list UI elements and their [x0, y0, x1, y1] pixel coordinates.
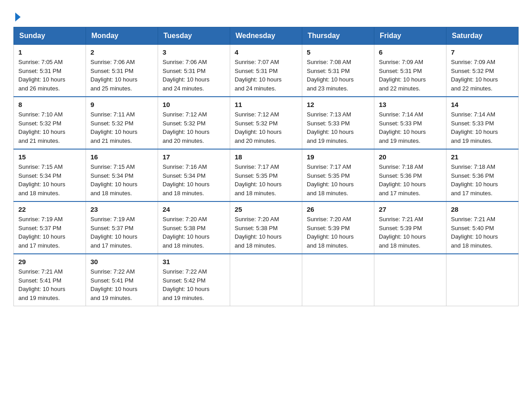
day-info: Sunrise: 7:22 AMSunset: 5:41 PMDaylight:… [90, 267, 153, 302]
logo [13, 9, 21, 22]
day-number: 24 [163, 206, 225, 213]
day-number: 9 [90, 101, 153, 108]
day-info: Sunrise: 7:20 AMSunset: 5:38 PMDaylight:… [235, 215, 297, 250]
day-number: 23 [90, 206, 153, 213]
calendar-day-cell [302, 254, 374, 306]
day-number: 22 [18, 206, 81, 213]
day-number: 25 [235, 206, 297, 213]
weekday-header-sunday: Sunday [14, 27, 86, 45]
day-info: Sunrise: 7:18 AMSunset: 5:36 PMDaylight:… [379, 163, 442, 197]
calendar-body: 1Sunrise: 7:05 AMSunset: 5:31 PMDaylight… [14, 45, 519, 306]
day-info: Sunrise: 7:06 AMSunset: 5:31 PMDaylight:… [90, 58, 153, 93]
calendar-day-cell: 31Sunrise: 7:22 AMSunset: 5:42 PMDayligh… [158, 254, 230, 306]
day-number: 20 [379, 153, 442, 161]
day-number: 1 [18, 48, 81, 56]
day-info: Sunrise: 7:15 AMSunset: 5:34 PMDaylight:… [90, 163, 153, 197]
calendar-day-cell: 28Sunrise: 7:21 AMSunset: 5:40 PMDayligh… [446, 201, 519, 254]
day-info: Sunrise: 7:06 AMSunset: 5:31 PMDaylight:… [163, 58, 225, 93]
day-info: Sunrise: 7:17 AMSunset: 5:35 PMDaylight:… [235, 163, 297, 197]
day-info: Sunrise: 7:21 AMSunset: 5:41 PMDaylight:… [18, 267, 81, 302]
calendar-week-row: 1Sunrise: 7:05 AMSunset: 5:31 PMDaylight… [14, 45, 519, 97]
calendar-day-cell: 14Sunrise: 7:14 AMSunset: 5:33 PMDayligh… [446, 97, 519, 149]
day-info: Sunrise: 7:20 AMSunset: 5:39 PMDaylight:… [307, 215, 369, 250]
day-number: 7 [451, 48, 514, 56]
day-info: Sunrise: 7:08 AMSunset: 5:31 PMDaylight:… [307, 58, 369, 93]
day-info: Sunrise: 7:19 AMSunset: 5:37 PMDaylight:… [90, 215, 153, 250]
calendar-day-cell: 20Sunrise: 7:18 AMSunset: 5:36 PMDayligh… [374, 149, 446, 201]
day-number: 30 [90, 258, 153, 265]
calendar-day-cell: 12Sunrise: 7:13 AMSunset: 5:33 PMDayligh… [302, 97, 374, 149]
day-info: Sunrise: 7:09 AMSunset: 5:31 PMDaylight:… [379, 58, 442, 93]
calendar-day-cell: 30Sunrise: 7:22 AMSunset: 5:41 PMDayligh… [86, 254, 158, 306]
calendar-day-cell: 11Sunrise: 7:12 AMSunset: 5:32 PMDayligh… [230, 97, 302, 149]
calendar-day-cell: 5Sunrise: 7:08 AMSunset: 5:31 PMDaylight… [302, 45, 374, 97]
day-info: Sunrise: 7:22 AMSunset: 5:42 PMDaylight:… [163, 267, 225, 302]
day-number: 17 [163, 153, 225, 161]
day-number: 15 [18, 153, 81, 161]
calendar-day-cell: 19Sunrise: 7:17 AMSunset: 5:35 PMDayligh… [302, 149, 374, 201]
weekday-header-thursday: Thursday [302, 27, 374, 45]
day-info: Sunrise: 7:15 AMSunset: 5:34 PMDaylight:… [18, 163, 81, 197]
calendar-week-row: 22Sunrise: 7:19 AMSunset: 5:37 PMDayligh… [14, 201, 519, 254]
day-number: 21 [451, 153, 514, 161]
day-info: Sunrise: 7:09 AMSunset: 5:32 PMDaylight:… [451, 58, 514, 93]
calendar-day-cell [374, 254, 446, 306]
day-number: 19 [307, 153, 369, 161]
calendar-day-cell: 7Sunrise: 7:09 AMSunset: 5:32 PMDaylight… [446, 45, 519, 97]
day-number: 18 [235, 153, 297, 161]
calendar-day-cell [230, 254, 302, 306]
day-number: 13 [379, 101, 442, 108]
calendar-day-cell: 21Sunrise: 7:18 AMSunset: 5:36 PMDayligh… [446, 149, 519, 201]
day-number: 14 [451, 101, 514, 108]
calendar-day-cell: 22Sunrise: 7:19 AMSunset: 5:37 PMDayligh… [14, 201, 86, 254]
calendar-day-cell: 27Sunrise: 7:21 AMSunset: 5:39 PMDayligh… [374, 201, 446, 254]
calendar-day-cell: 8Sunrise: 7:10 AMSunset: 5:32 PMDaylight… [14, 97, 86, 149]
day-number: 8 [18, 101, 81, 108]
calendar-day-cell: 4Sunrise: 7:07 AMSunset: 5:31 PMDaylight… [230, 45, 302, 97]
day-info: Sunrise: 7:14 AMSunset: 5:33 PMDaylight:… [379, 110, 442, 145]
day-number: 12 [307, 101, 369, 108]
calendar-day-cell: 13Sunrise: 7:14 AMSunset: 5:33 PMDayligh… [374, 97, 446, 149]
day-info: Sunrise: 7:14 AMSunset: 5:33 PMDaylight:… [451, 110, 514, 145]
weekday-header-tuesday: Tuesday [158, 27, 230, 45]
day-info: Sunrise: 7:12 AMSunset: 5:32 PMDaylight:… [235, 110, 297, 145]
calendar-day-cell: 23Sunrise: 7:19 AMSunset: 5:37 PMDayligh… [86, 201, 158, 254]
day-info: Sunrise: 7:16 AMSunset: 5:34 PMDaylight:… [163, 163, 225, 197]
weekday-header-monday: Monday [86, 27, 158, 45]
day-number: 11 [235, 101, 297, 108]
day-number: 6 [379, 48, 442, 56]
calendar-day-cell: 3Sunrise: 7:06 AMSunset: 5:31 PMDaylight… [158, 45, 230, 97]
day-number: 10 [163, 101, 225, 108]
calendar-day-cell: 25Sunrise: 7:20 AMSunset: 5:38 PMDayligh… [230, 201, 302, 254]
day-info: Sunrise: 7:11 AMSunset: 5:32 PMDaylight:… [90, 110, 153, 145]
calendar-day-cell: 16Sunrise: 7:15 AMSunset: 5:34 PMDayligh… [86, 149, 158, 201]
day-number: 28 [451, 206, 514, 213]
calendar-day-cell: 2Sunrise: 7:06 AMSunset: 5:31 PMDaylight… [86, 45, 158, 97]
calendar-day-cell: 17Sunrise: 7:16 AMSunset: 5:34 PMDayligh… [158, 149, 230, 201]
day-number: 5 [307, 48, 369, 56]
calendar-day-cell: 6Sunrise: 7:09 AMSunset: 5:31 PMDaylight… [374, 45, 446, 97]
day-number: 31 [163, 258, 225, 265]
calendar-table: SundayMondayTuesdayWednesdayThursdayFrid… [13, 27, 519, 306]
calendar-day-cell: 1Sunrise: 7:05 AMSunset: 5:31 PMDaylight… [14, 45, 86, 97]
day-info: Sunrise: 7:13 AMSunset: 5:33 PMDaylight:… [307, 110, 369, 145]
calendar-day-cell: 15Sunrise: 7:15 AMSunset: 5:34 PMDayligh… [14, 149, 86, 201]
day-number: 2 [90, 48, 153, 56]
calendar-day-cell: 29Sunrise: 7:21 AMSunset: 5:41 PMDayligh… [14, 254, 86, 306]
calendar-week-row: 29Sunrise: 7:21 AMSunset: 5:41 PMDayligh… [14, 254, 519, 306]
calendar-day-cell [446, 254, 519, 306]
weekday-header-wednesday: Wednesday [230, 27, 302, 45]
day-info: Sunrise: 7:17 AMSunset: 5:35 PMDaylight:… [307, 163, 369, 197]
calendar-day-cell: 26Sunrise: 7:20 AMSunset: 5:39 PMDayligh… [302, 201, 374, 254]
logo-triangle-icon [15, 13, 21, 21]
day-number: 29 [18, 258, 81, 265]
header [13, 9, 519, 22]
calendar-header: SundayMondayTuesdayWednesdayThursdayFrid… [14, 27, 519, 45]
day-number: 16 [90, 153, 153, 161]
calendar-day-cell: 10Sunrise: 7:12 AMSunset: 5:32 PMDayligh… [158, 97, 230, 149]
day-info: Sunrise: 7:05 AMSunset: 5:31 PMDaylight:… [18, 58, 81, 93]
calendar-day-cell: 24Sunrise: 7:20 AMSunset: 5:38 PMDayligh… [158, 201, 230, 254]
day-info: Sunrise: 7:12 AMSunset: 5:32 PMDaylight:… [163, 110, 225, 145]
day-number: 27 [379, 206, 442, 213]
day-info: Sunrise: 7:20 AMSunset: 5:38 PMDaylight:… [163, 215, 225, 250]
